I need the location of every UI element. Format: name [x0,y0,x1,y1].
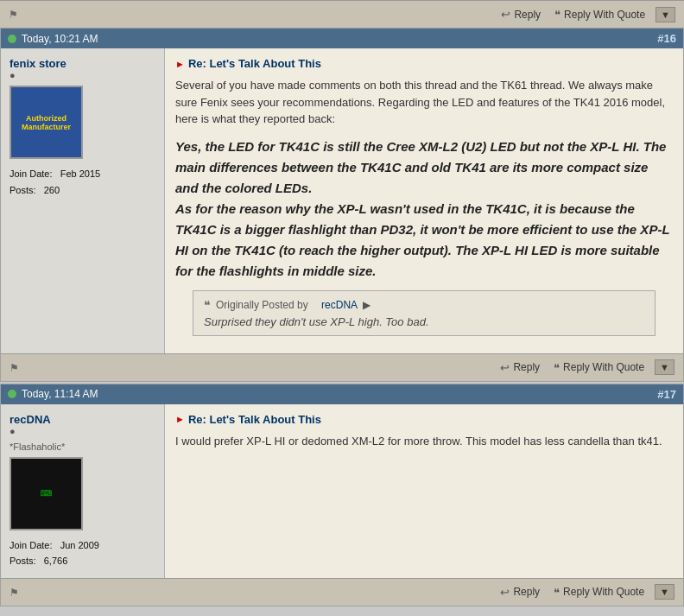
post-16-posts-count: 260 [44,185,60,195]
post-17-title-text: Re: Let's Talk About This [188,413,321,426]
post-16-intro: Several of you have made comments on bot… [175,77,673,128]
post-16-reply-label: Reply [513,361,540,373]
post-17-content: ► Re: Let's Talk About This I would pref… [165,404,683,578]
post-17-reply-quote-icon: ❝ [554,586,560,599]
post-16-user-info: fenix store ● Authorized Manufacturer Jo… [1,48,165,353]
top-action-bar: ⚑ ↩ Reply ❝ Reply With Quote ▼ [0,0,684,28]
post-16-join-date-label: Join Date: [10,168,53,179]
post-16-quote-view-icon[interactable]: ▶ [363,299,370,311]
post-17-more-icon: ▼ [660,587,669,597]
top-reply-button[interactable]: ↩ Reply [497,6,544,22]
top-action-left: ⚑ [9,8,491,21]
post-16-body-italic: Yes, the LED for TK41C is still the Cree… [175,137,673,282]
post-16-title: ► Re: Let's Talk About This [175,57,673,70]
post-16-report-icon: ⚑ [10,362,19,374]
avatar-line2: Manufacturer [22,123,71,131]
post-17-intro: I would prefer XP-L HI or dedomed XM-L2 … [175,433,673,450]
post-17: Today, 11:14 AM #17 recDNA ● *Flashaholi… [0,384,684,606]
post-17-reply-button[interactable]: ↩ Reply [497,584,543,600]
post-16: Today, 10:21 AM #16 fenix store ● Author… [0,28,684,382]
top-action-buttons: ↩ Reply ❝ Reply With Quote ▼ [497,6,675,22]
post-17-action-buttons: ↩ Reply ❝ Reply With Quote ▼ [497,584,674,600]
post-16-posts-label: Posts: [10,185,36,195]
quote-icon: ❝ [204,298,211,312]
post-16-avatar-content: Authorized Manufacturer [11,87,81,157]
post-16-title-text: Re: Let's Talk About This [188,57,321,70]
top-more-button[interactable]: ▼ [656,7,675,22]
post-16-quote-author[interactable]: recDNA [321,299,358,311]
post-16-reply-icon: ↩ [500,361,510,374]
avatar-line1: Authorized [26,114,66,123]
post-17-reply-quote-label: Reply With Quote [563,586,644,598]
post-16-quote-originally: Originally Posted by [216,299,308,311]
post-17-posts-row: Posts: 6,766 [10,553,155,569]
post-16-quote-header: ❝ Originally Posted by recDNA ▶ [204,298,644,312]
post-17-join-date-row: Join Date: Jun 2009 [10,537,155,554]
post-16-date-left: Today, 10:21 AM [8,33,98,45]
post-17-user-info: recDNA ● *Flashaholic* ⌨ Join Date: Jun … [1,404,165,578]
post-16-reply-quote-label: Reply With Quote [563,361,644,373]
post-16-avatar: Authorized Manufacturer [10,86,83,159]
post-17-date-bar: Today, 11:14 AM #17 [1,384,683,404]
post-16-body: fenix store ● Authorized Manufacturer Jo… [1,48,683,353]
post-16-action-buttons: ↩ Reply ❝ Reply With Quote ▼ [497,359,674,376]
post-16-user-meta: Join Date: Feb 2015 Posts: 260 [10,166,155,198]
post-16-username: fenix store [10,57,155,70]
post-17-action-left: ⚑ [10,586,490,599]
post-16-reply-quote-button[interactable]: ❝ Reply With Quote [550,359,648,376]
post-17-reply-icon: ↩ [500,586,510,599]
post-16-quote: ❝ Originally Posted by recDNA ▶ Surprise… [193,290,656,336]
post-17-date: Today, 11:14 AM [22,388,98,400]
top-more-icon: ▼ [661,10,670,20]
top-reply-quote-label: Reply With Quote [564,9,645,21]
post-17-username: recDNA [10,413,155,426]
post-16-action-left: ⚑ [10,361,490,374]
post-16-posts-row: Posts: 260 [10,182,155,199]
post-17-action-bar: ⚑ ↩ Reply ❝ Reply With Quote ▼ [1,578,683,606]
post-16-join-date-row: Join Date: Feb 2015 [10,166,155,182]
post-16-number: #16 [657,32,676,45]
post-16-action-bar: ⚑ ↩ Reply ❝ Reply With Quote ▼ [1,353,683,381]
post-16-online-status: ● [10,70,155,80]
post-17-more-button[interactable]: ▼ [655,584,674,600]
post-16-quote-text: Surprised they didn't use XP-L high. Too… [204,315,644,328]
post-17-date-left: Today, 11:14 AM [8,388,98,400]
reply-quote-icon: ❝ [554,8,560,21]
post-17-join-date-label: Join Date: [10,540,53,550]
post-16-more-icon: ▼ [660,362,669,372]
post-16-online-indicator [8,35,16,43]
post-17-title: ► Re: Let's Talk About This [175,413,673,426]
post-17-join-date: Jun 2009 [60,540,99,550]
report-icon: ⚑ [9,9,18,21]
post-16-date: Today, 10:21 AM [22,33,98,45]
post-17-user-meta: Join Date: Jun 2009 Posts: 6,766 [10,537,155,569]
post-17-avatar: ⌨ [10,457,83,530]
post-17-number: #17 [657,388,676,401]
post-17-online-indicator [8,390,16,398]
post-16-content: ► Re: Let's Talk About This Several of y… [165,48,683,353]
post-17-posts-label: Posts: [10,556,36,566]
post-17-reply-label: Reply [513,586,540,598]
new-icon: ► [175,59,185,69]
post-17-avatar-content: ⌨ [11,459,81,529]
top-reply-label: Reply [514,9,541,21]
post-17-body: recDNA ● *Flashaholic* ⌨ Join Date: Jun … [1,404,683,578]
post-16-more-button[interactable]: ▼ [655,359,674,375]
post-17-online-status: ● [10,426,155,436]
post-17-posts-count: 6,766 [44,556,68,566]
post-17-reply-quote-button[interactable]: ❝ Reply With Quote [550,584,648,600]
post-16-date-bar: Today, 10:21 AM #16 [1,29,683,48]
top-reply-quote-button[interactable]: ❝ Reply With Quote [551,6,649,22]
post-16-reply-quote-icon: ❝ [554,361,560,374]
reply-icon: ↩ [501,8,510,21]
post-16-reply-button[interactable]: ↩ Reply [497,359,543,376]
post-17-report-icon: ⚑ [10,587,19,599]
post-17-new-icon: ► [175,414,185,424]
post-16-join-date: Feb 2015 [60,168,100,179]
post-17-role: *Flashaholic* [10,441,155,452]
